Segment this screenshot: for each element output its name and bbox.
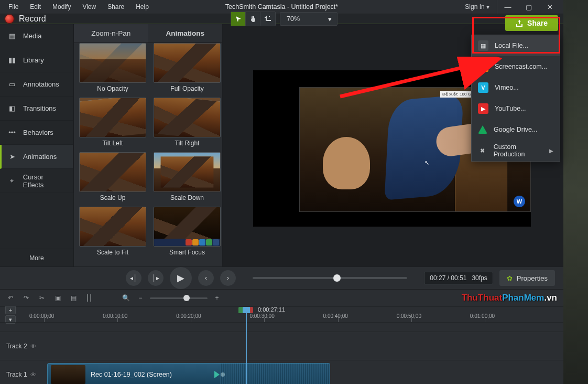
redo-button[interactable]: ↷	[21, 293, 31, 303]
copy-button[interactable]: ▣	[52, 293, 63, 303]
menu-view[interactable]: View	[77, 1, 101, 13]
canvas-tool-group: 70% ▾	[231, 12, 337, 26]
clip-thumbnail	[51, 365, 85, 384]
prev-frame-button[interactable]: ‹	[198, 270, 214, 286]
split-button[interactable]: ⎮⎮	[84, 293, 94, 303]
track-1[interactable]: Track 1👁 Rec 01-16-19_002 (Screen)	[0, 360, 563, 384]
menu-share[interactable]: Share	[102, 1, 129, 13]
sidebar-more-button[interactable]: More	[0, 249, 73, 266]
window-maximize-button[interactable]: ▢	[518, 0, 539, 14]
menu-file[interactable]: File	[3, 1, 24, 13]
signin-button[interactable]: Sign In ▾	[458, 0, 497, 14]
canvas-zoom-value: 70%	[287, 15, 300, 23]
sidebar-item-behaviors[interactable]: •••Behaviors	[0, 121, 73, 145]
properties-button[interactable]: ✿ Properties	[499, 270, 555, 286]
timeline-toolbar: ↶ ↷ ✂ ▣ ▤ ⎮⎮ 🔍 − + ThuThuatPhanMem.vn	[0, 290, 563, 306]
prev-marker-button[interactable]: ◂│	[126, 270, 141, 286]
timeline-zoom-out-button[interactable]: −	[135, 293, 146, 303]
share-item-custom-production[interactable]: ✖Custom Production▶	[472, 140, 560, 161]
chevron-down-icon: ▾	[328, 15, 332, 23]
pan-tool-button[interactable]	[246, 12, 260, 26]
menu-help[interactable]: Help	[130, 1, 154, 13]
record-icon	[5, 15, 14, 23]
share-item-vimeo[interactable]: VVimeo...	[472, 77, 560, 98]
animation-marker-icon[interactable]	[214, 371, 220, 378]
eye-icon[interactable]: 👁	[30, 371, 36, 378]
next-frame-button[interactable]: ›	[220, 270, 236, 286]
share-item-local-file[interactable]: ▦Local File...	[472, 35, 560, 56]
window-close-button[interactable]: ✕	[539, 0, 560, 14]
effect-tilt-left[interactable]: Tilt Left	[79, 98, 146, 149]
share-item-google-drive[interactable]: Google Drive...	[472, 119, 560, 140]
effect-scale-up[interactable]: Scale Up	[79, 152, 146, 204]
effect-label: Scale to Fit	[79, 247, 146, 258]
next-marker-button[interactable]: │▸	[148, 270, 164, 286]
tab-animations[interactable]: Animations	[148, 24, 223, 42]
track-gap	[0, 322, 563, 332]
track-add-button[interactable]: +	[5, 306, 16, 314]
timeline-zoom-slider[interactable]	[150, 297, 208, 299]
edit-tool-button[interactable]	[231, 12, 246, 26]
track-controls: + ▾	[5, 306, 16, 324]
share-item-screencast[interactable]: ▶Screencast.com...	[472, 56, 560, 77]
track-label: Track 2	[6, 343, 27, 350]
playhead-time: 0:00:27;11	[258, 306, 285, 313]
playback-slider[interactable]	[253, 277, 407, 279]
play-button[interactable]: ▶	[170, 267, 192, 289]
effect-smart-focus[interactable]: Smart Focus	[154, 207, 221, 258]
sidebar-item-label: Library	[23, 56, 44, 64]
ruler-tick: 0:00:00;00	[29, 313, 54, 319]
share-item-label: Local File...	[495, 42, 528, 49]
effect-label: Smart Focus	[154, 247, 221, 258]
canvas-zoom-select[interactable]: 70% ▾	[280, 12, 337, 26]
effect-scale-down[interactable]: Scale Down	[154, 152, 221, 204]
sidebar-item-media[interactable]: ▦Media	[0, 24, 73, 48]
track-label: Track 1	[6, 371, 27, 378]
eye-icon[interactable]: 👁	[30, 343, 36, 349]
cut-button[interactable]: ✂	[37, 293, 47, 303]
ruler-tick: 0:01:00;00	[470, 313, 495, 319]
tab-zoom-n-pan[interactable]: Zoom-n-Pan	[74, 24, 148, 42]
timeline-zoom-in-button[interactable]: +	[212, 293, 222, 303]
annotations-icon: ▭	[7, 81, 17, 88]
share-icon	[516, 19, 523, 27]
watermark: ThuThuatPhanMem.vn	[462, 293, 557, 303]
track-2[interactable]: Track 2👁	[0, 332, 563, 360]
sidebar-item-annotations[interactable]: ▭Annotations	[0, 72, 73, 97]
share-item-youtube[interactable]: ▶YouTube...	[472, 98, 560, 119]
time-value: 00:27 / 00:51	[430, 274, 466, 282]
sidebar-item-label: Behaviors	[23, 129, 53, 136]
chevron-right-icon: ▶	[549, 148, 553, 154]
google-drive-icon	[478, 125, 487, 134]
timeline-clip[interactable]: Rec 01-16-19_002 (Screen)	[47, 363, 330, 384]
effect-scale-to-fit[interactable]: Scale to Fit	[79, 207, 146, 258]
sidebar-item-transitions[interactable]: ◧Transitions	[0, 97, 73, 121]
effect-full-opacity[interactable]: Full Opacity	[154, 43, 221, 94]
file-icon: ▦	[478, 40, 488, 51]
effect-tilt-right[interactable]: Tilt Right	[154, 98, 221, 149]
clip-label: Rec 01-16-19_002 (Screen)	[91, 371, 172, 378]
transitions-icon: ◧	[7, 105, 17, 112]
menu-modify[interactable]: Modify	[47, 1, 76, 13]
effects-panel: Zoom-n-Pan Animations No Opacity Full Op…	[73, 24, 223, 266]
playhead[interactable]: 0:00:27;11	[246, 307, 247, 384]
effect-label: No Opacity	[79, 83, 146, 94]
effect-no-opacity[interactable]: No Opacity	[79, 43, 146, 94]
window-minimize-button[interactable]: —	[497, 0, 518, 14]
ruler-tick: 0:00:10;00	[103, 313, 127, 319]
undo-button[interactable]: ↶	[5, 293, 16, 303]
ruler-tick: 0:00:20;00	[176, 313, 201, 319]
share-button[interactable]: Share	[505, 15, 558, 31]
tools-icon: ✖	[478, 145, 487, 156]
sidebar-item-library[interactable]: ▮▮Library	[0, 48, 73, 72]
paste-button[interactable]: ▤	[68, 293, 79, 303]
effect-label: Scale Down	[154, 192, 221, 204]
menu-edit[interactable]: Edit	[25, 1, 46, 13]
timeline-zoom-fit-button[interactable]: 🔍	[121, 293, 131, 303]
timeline-ruler[interactable]: + ▾ 0:00:00;00 0:00:10;00 0:00:20;00 0:0…	[0, 306, 563, 322]
sidebar-item-animations[interactable]: ➤Animations	[0, 145, 73, 169]
crop-tool-button[interactable]	[260, 12, 275, 26]
sidebar-item-cursor-effects[interactable]: ⌖Cursor Effects	[0, 169, 73, 193]
record-button[interactable]: Record	[5, 14, 46, 24]
share-item-label: Screencast.com...	[495, 63, 547, 70]
